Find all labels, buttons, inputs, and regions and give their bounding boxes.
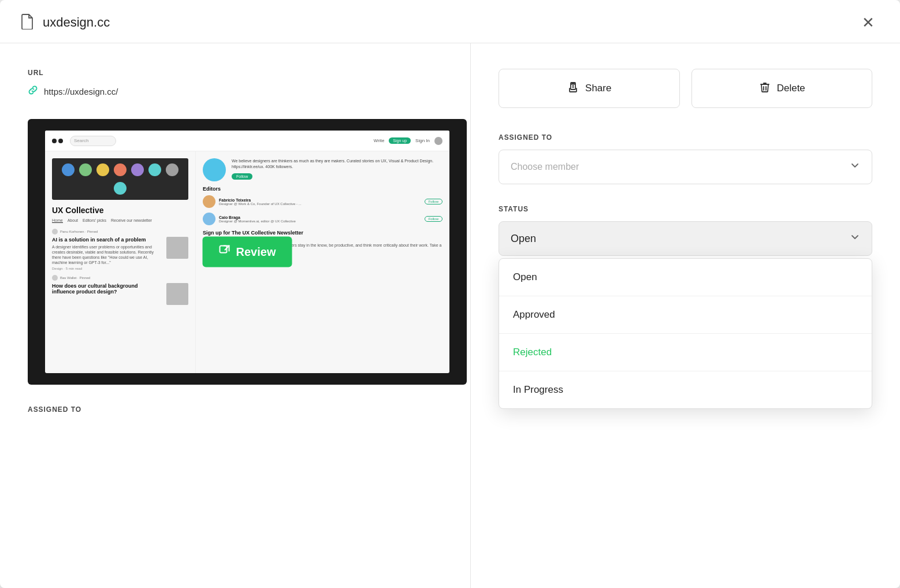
status-option-inprogress[interactable]: In Progress [499, 371, 872, 408]
status-option-open[interactable]: Open [499, 259, 872, 296]
editor-bio-1: Designer @ Work & Co, Founder of UX Coll… [219, 202, 421, 206]
hero-c2 [79, 163, 92, 176]
nav-write: Write [374, 138, 385, 143]
status-label: STATUS [499, 205, 872, 213]
close-icon: ✕ [862, 14, 875, 31]
author-row-2: Bas Wallet · Pinned [52, 275, 188, 281]
editor-info-2: Caio Braga Designer @ Momentive.ai, edit… [219, 215, 421, 223]
article-1-tag: Design · 5 min read [52, 267, 162, 270]
status-dropdown: Open Approved Rejected In Progress [499, 258, 872, 409]
author-name-2: Bas Wallet · Pinned [60, 276, 90, 280]
mockup-hero [52, 158, 188, 200]
option-rejected-label: Rejected [513, 347, 552, 358]
assigned-to-label: ASSIGNED TO [499, 133, 872, 142]
left-pane: URL https://uxdesign.cc/ [0, 43, 471, 588]
url-section: URL https://uxdesign.cc/ [28, 69, 442, 98]
editor-follow-1: Follow [425, 199, 442, 204]
profile-avatar [203, 158, 226, 181]
share-label: Share [585, 83, 611, 94]
editor-info-1: Fabrício Teixeira Designer @ Work & Co, … [219, 198, 421, 206]
logo-dot2 [58, 139, 63, 143]
review-button[interactable]: Review [203, 237, 292, 267]
editor-avatar-1 [203, 195, 215, 208]
status-group: STATUS Open Open [499, 205, 872, 256]
author-name-1: Panu Korhonen · Pinned [60, 230, 98, 233]
url-label: URL [28, 69, 442, 77]
author-avatar-2 [52, 275, 58, 281]
article-2-text: How does our cultural background influen… [52, 283, 162, 305]
close-button[interactable]: ✕ [857, 13, 879, 32]
mockup-tabs: Home About Editors' picks Receive our ne… [52, 218, 188, 223]
editor-follow-2: Follow [425, 216, 442, 222]
nav-avatar [434, 137, 442, 145]
mockup-left: UX Collective Home About Editors' picks … [45, 151, 195, 373]
hero-c1 [62, 163, 75, 176]
modal: uxdesign.cc ✕ URL https://uxdesign.cc/ [0, 0, 900, 588]
share-icon [567, 81, 579, 96]
tab-about: About [68, 218, 78, 223]
assigned-chevron-icon [850, 161, 860, 174]
follow-btn: Follow [232, 173, 252, 180]
assigned-to-placeholder: Choose member [511, 162, 579, 172]
preview-inner: Search Write Sign up Sign In [28, 119, 467, 385]
editor-name-2: Caio Braga [219, 215, 421, 219]
header-left: uxdesign.cc [21, 13, 110, 32]
action-buttons: Share Delete [499, 69, 872, 108]
status-select[interactable]: Open [499, 221, 872, 256]
editor-bio-2: Designer @ Momentive.ai, editor @ UX Col… [219, 219, 421, 223]
hero-c6 [148, 163, 161, 176]
author-row-1: Panu Korhonen · Pinned [52, 229, 188, 235]
review-label: Review [236, 245, 276, 259]
external-link-icon [219, 245, 230, 259]
delete-button[interactable]: Delete [691, 69, 873, 108]
link-icon [28, 85, 38, 98]
article-1-img [166, 237, 188, 259]
option-approved-label: Approved [513, 309, 555, 320]
tab-editors: Editors' picks [83, 218, 106, 223]
editor-row-2: Caio Braga Designer @ Momentive.ai, edit… [203, 213, 442, 225]
status-option-approved[interactable]: Approved [499, 296, 872, 334]
mockup-nav-right: Write Sign up Sign In [374, 137, 442, 145]
article-2: How does our cultural background influen… [52, 283, 188, 305]
assigned-to-group: ASSIGNED TO Choose member [499, 133, 872, 184]
status-option-rejected[interactable]: Rejected [499, 334, 872, 371]
tab-home: Home [52, 218, 63, 223]
trash-icon [758, 81, 771, 96]
mockup-profile: We believe designers are thinkers as muc… [203, 158, 442, 181]
article-2-img [166, 283, 188, 305]
editor-avatar-2 [203, 213, 215, 225]
editor-name-1: Fabrício Teixeira [219, 198, 421, 202]
mockup-search-bar: Search [70, 136, 116, 146]
hero-c4 [114, 163, 127, 176]
hero-c8 [114, 182, 127, 195]
article-1: AI is a solution in search of a problem … [52, 237, 188, 270]
mockup-headline: UX Collective [52, 206, 188, 215]
right-pane: Share Delete ASSIGNED TO Choose member [471, 43, 900, 588]
option-open-label: Open [513, 271, 537, 282]
delete-label: Delete [777, 83, 805, 94]
author-avatar-1 [52, 229, 58, 235]
share-button[interactable]: Share [499, 69, 680, 108]
preview-container: Search Write Sign up Sign In [28, 119, 467, 385]
profile-info: We believe designers are thinkers as muc… [232, 158, 442, 180]
profile-bio: We believe designers are thinkers as muc… [232, 158, 442, 170]
editors-title: Editors [203, 186, 442, 192]
logo-dot1 [52, 139, 57, 143]
left-assigned-label: ASSIGNED TO [28, 405, 442, 414]
status-value: Open [511, 233, 536, 245]
modal-title: uxdesign.cc [43, 15, 110, 30]
hero-c7 [166, 163, 178, 176]
url-row: https://uxdesign.cc/ [28, 85, 442, 98]
nav-signin: Sign In [415, 138, 430, 143]
mockup-logo [52, 139, 63, 143]
mockup-nav: Search Write Sign up Sign In [45, 131, 449, 151]
status-wrapper: Open Open Approved [499, 221, 872, 256]
article-2-title: How does our cultural background influen… [52, 283, 162, 295]
assigned-to-select[interactable]: Choose member [499, 150, 872, 184]
tab-newsletter: Receive our newsletter [111, 218, 152, 223]
status-chevron-icon [850, 232, 860, 245]
file-icon [21, 13, 35, 32]
newsletter-title: Sign up for The UX Collective Newsletter [203, 230, 442, 236]
modal-header: uxdesign.cc ✕ [0, 0, 900, 43]
hero-c5 [131, 163, 144, 176]
